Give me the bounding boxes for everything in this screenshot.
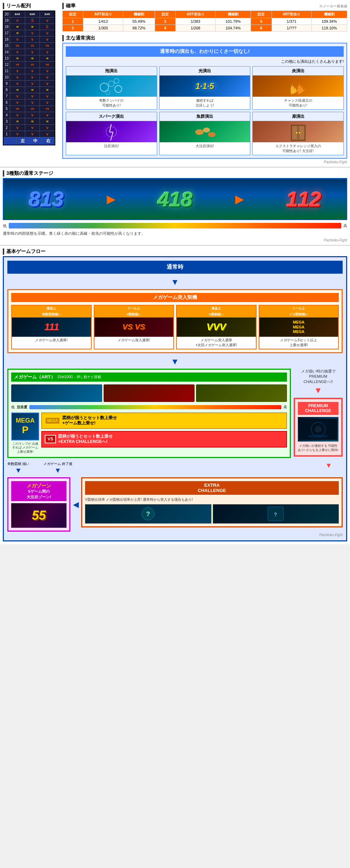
table-row: 4VVV: [4, 112, 55, 118]
prob-table: 設定 ART初当り 機械割 設定 ART初当り 機械割 設定 ART初当り 機械…: [62, 11, 347, 32]
reel-label-left: 左: [16, 137, 29, 145]
stage-gradient-bar: [9, 223, 341, 228]
door-desc: エクストラチャレンジ突入の可能性あり! 大注目!: [253, 142, 343, 155]
reel-label-mid: 中: [29, 137, 42, 145]
conn-mega-end: メガゲーム 終了後 ▼: [43, 462, 72, 474]
art-2: 1/305: [83, 25, 123, 32]
mega-zone-number: 55: [32, 508, 46, 523]
cond2-label-top: リール上: [94, 306, 174, 312]
mega-zone-title: メガゾーン 5ゲーム間の大注目ゾーン!: [11, 481, 66, 501]
section3-credit: Pachinko-Fight: [3, 238, 347, 242]
mega-images: [11, 384, 287, 402]
premium-title: PREMIUMCHALLENGE: [298, 402, 338, 415]
enshutsu-section-title: 主な通常演出: [62, 35, 347, 41]
mega-entry-box: メガゲーム突入契機 液晶上 奇数図柄揃い 111 メガゲーム突入濃厚! リール上…: [7, 289, 343, 353]
setting-4: 4: [155, 25, 175, 32]
setting-5: 5: [251, 18, 272, 25]
cond4-label-bottom: メガ図柄揃い: [259, 312, 338, 317]
enshutsu-flame: 炎演出 チャンス役成立の可能性あり!: [252, 66, 344, 110]
art-1: 1/412: [83, 18, 123, 25]
svg-point-4: [114, 78, 119, 83]
stage3-numbers: 112: [286, 187, 321, 211]
setting-3: 3: [155, 18, 175, 25]
flow-bottom: メガゾーン 5ゲーム間の大注目ゾーン! 55 ◀ EXTRACHALLENGE …: [7, 477, 343, 532]
action-mega-text: 図柄が揃うとセット数上乗せ+ゲーム数上乗せ!: [62, 415, 117, 426]
cond2-desc: メガゲーム突入濃厚!: [94, 337, 174, 344]
rate-6: 119.10%: [312, 25, 347, 32]
flow-outer-box: 通常時 ▼ メガゲーム突入契機 液晶上 奇数図柄揃い 111 メガゲーム突入濃厚…: [3, 256, 347, 542]
cond2-image: VS VS: [94, 317, 174, 337]
flame-desc: チャンス役成立の可能性あり!: [253, 97, 343, 109]
extra-images: ? ?: [85, 504, 339, 524]
enshutsu-light: 光演出 1·1·5 連続すれば注目しよう!: [159, 66, 251, 110]
mega-zone-box: メガゾーン 5ゲーム間の大注目ゾーン! 55: [7, 477, 70, 532]
svg-point-21: [308, 435, 329, 438]
enshutsu-fish: 魚群演出 大注目演出!: [159, 112, 251, 155]
entry-cond-3: 液晶上 V図柄揃い VVV メガゲーム突入濃厚+次回メガゲーム突入濃厚!: [176, 305, 257, 349]
table-row: 7VVV: [4, 93, 55, 100]
th-art3: ART初当り: [272, 11, 312, 18]
table-row: 16VVV: [4, 36, 55, 43]
mega-game-subtitle: 1Set100G・押し順ナビ搭載: [57, 375, 101, 380]
rate-3: 101.79%: [215, 18, 251, 25]
svg-text:?: ?: [146, 511, 150, 518]
attention-high: 高: [284, 405, 287, 410]
rate-4: 104.74%: [215, 25, 251, 32]
setting-1: 1: [63, 18, 83, 25]
section2-credit: Pachinko-Fight: [62, 160, 347, 164]
mega-scene-2: [104, 384, 195, 402]
th-rate3: 機械割: [312, 11, 347, 18]
light-desc: 連続すれば注目しよう!: [160, 97, 250, 109]
conn-mega-end-label: メガゲーム 終了後: [43, 462, 72, 466]
svg-point-10: [195, 129, 204, 135]
svg-line-5: [110, 124, 111, 132]
spark-desc: 注目演出!: [66, 142, 157, 150]
section-stages: 3種類の通常ステージ 813 ▶ 418 ▶ 112 低 高 通常時の内部状態を…: [0, 168, 350, 246]
section-reel-prob: リール配列 20BARBARBAR 19V🍒V 18MM🍒 17MVV 16VV…: [0, 0, 350, 168]
right-down-arrow: ▼: [325, 462, 332, 470]
extra-right-arrow: ▼: [325, 462, 332, 470]
art-5: 1/371: [272, 18, 312, 25]
table-row: 12VSVSVS: [4, 62, 55, 68]
reel-column-labels: 左 中 右: [4, 137, 55, 145]
bubble-image: [66, 76, 157, 97]
svg-point-2: [115, 86, 122, 93]
stage-title: 3種類の通常ステージ: [3, 170, 347, 177]
svg-point-0: [100, 83, 108, 91]
fish-desc: 大注目演出!: [160, 142, 250, 150]
action-mega-box: MEGA 図柄が揃うとセット数上乗せ+ゲーム数上乗せ!: [41, 412, 287, 429]
conn-odd: 奇数図柄 揃い ▼: [7, 462, 29, 474]
stage-bar-container: 低 高: [3, 223, 347, 228]
stage-arrow-2: ▶: [235, 193, 243, 205]
extra-desc: V図柄出現率 メガ図柄出現率が上昇! 通常時から突入する場合もあり!: [85, 497, 339, 502]
reel-title: リール配列: [3, 3, 59, 9]
table-row: 8MMM: [4, 87, 55, 93]
cond2-label-bottom: V図柄揃い: [94, 312, 174, 317]
stage-low-label: 低: [3, 223, 7, 228]
spark-name: スパーク演出: [66, 112, 157, 121]
table-row: 9VVV: [4, 81, 55, 87]
cond3-desc: メガゲーム突入濃厚+次回メガゲーム突入濃厚!: [177, 337, 256, 349]
rate-1: 55.49%: [123, 18, 155, 25]
mega-icon: MEGA: [45, 417, 60, 424]
action-vs-box: VS 図柄が揃うとセット数上乗せ+EXTRA CHALLENGEへ!: [41, 431, 287, 447]
th-rate2: 機械割: [215, 11, 251, 18]
bottom-left-arrow: ◀: [73, 500, 78, 509]
cond3-label-top: 液晶上: [177, 306, 256, 312]
attention-low: 低: [11, 405, 15, 410]
conn-odd-arrow: ▼: [15, 466, 22, 474]
arrow-down-2: ▼: [7, 357, 343, 367]
flow-title: 基本ゲームフロー: [3, 248, 347, 255]
cond1-label-bottom: 奇数図柄揃い: [12, 312, 91, 317]
setting-6: 6: [251, 25, 272, 32]
svg-point-16: [296, 132, 298, 134]
svg-point-1: [108, 81, 114, 87]
table-row: 1VVV: [4, 131, 55, 137]
cond1-desc: メガゲーム突入濃厚!: [12, 337, 91, 344]
mega-lamp-text: このランプが 点滅すれば メガゲーム 上乗せ濃厚!: [11, 442, 39, 454]
svg-point-11: [203, 128, 210, 132]
mega-scene-3: [196, 384, 287, 402]
premium-section: メガ揃い時の抽選でPREMIUMCHALLENGEへ!! ▼ PREMIUMCH…: [294, 369, 343, 457]
enshutsu-spark: スパーク演出 注目演出!: [66, 112, 157, 155]
bottom-connectors: 奇数図柄 揃い ▼ メガゲーム 終了後 ▼ ▼: [7, 462, 343, 474]
